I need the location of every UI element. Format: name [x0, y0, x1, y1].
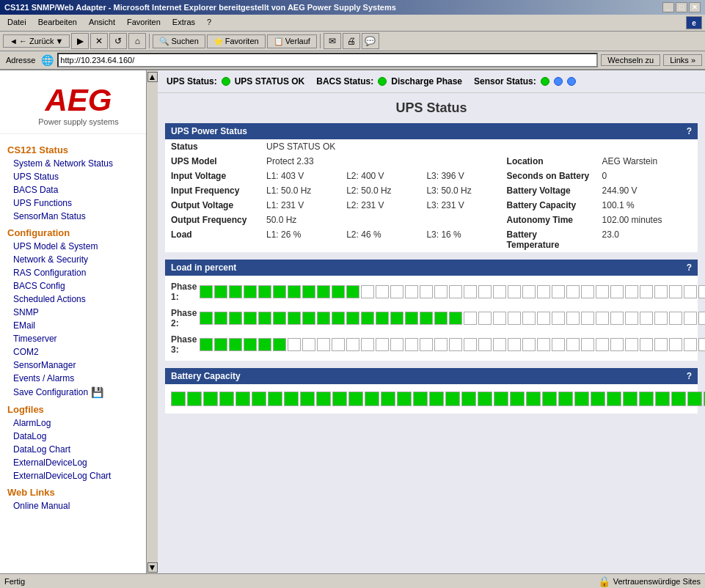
- search-button[interactable]: 🔍 Suchen: [153, 34, 205, 48]
- sidebar-item-ups-model[interactable]: UPS Model & System: [0, 240, 157, 253]
- back-arrow-icon: ◄: [10, 37, 18, 45]
- go-button[interactable]: Wechseln zu: [601, 54, 660, 66]
- menu-datei[interactable]: Datei: [3, 16, 31, 29]
- power-status-help[interactable]: ?: [687, 126, 692, 136]
- discuss-button[interactable]: 💬: [362, 33, 379, 49]
- menu-ansicht[interactable]: Ansicht: [84, 16, 120, 29]
- maximize-button[interactable]: □: [676, 2, 687, 12]
- menu-favoriten[interactable]: Favoriten: [123, 16, 165, 29]
- bar-cell: [390, 285, 403, 298]
- sidebar-item-scheduled-actions[interactable]: Scheduled Actions: [0, 293, 157, 306]
- scroll-down-button[interactable]: ▼: [147, 562, 158, 573]
- bar-cell: [537, 312, 550, 325]
- seconds-battery-label: Seconds on Battery: [501, 169, 596, 183]
- sidebar-item-bacs-data[interactable]: BACS Data: [0, 183, 157, 196]
- sidebar-item-ups-status[interactable]: UPS Status: [0, 170, 157, 183]
- sidebar: AEG Power supply systems CS121 Status Sy…: [0, 70, 158, 574]
- battery-bar-cell: [381, 392, 395, 406]
- bar-cell: [654, 285, 668, 298]
- minimize-button[interactable]: _: [662, 2, 674, 12]
- bar-cell: [434, 285, 448, 298]
- sidebar-item-email[interactable]: EMail: [0, 319, 157, 332]
- favorites-button[interactable]: ⭐ Favoriten: [207, 34, 266, 48]
- bar-cell: [508, 285, 521, 298]
- menu-extras[interactable]: Extras: [168, 16, 200, 29]
- sidebar-item-timeserver[interactable]: Timeserver: [0, 332, 157, 345]
- sidebar-item-save-config[interactable]: Save Configuration 💾: [0, 385, 157, 400]
- sidebar-item-com2[interactable]: COM2: [0, 345, 157, 359]
- back-button[interactable]: ◄ ← Zurück ▼: [3, 34, 70, 48]
- forward-button[interactable]: ▶: [71, 33, 89, 49]
- load-section-help[interactable]: ?: [687, 262, 692, 273]
- seconds-battery-value: 0: [596, 169, 698, 183]
- sidebar-item-datalog[interactable]: DataLog: [0, 430, 157, 443]
- bar-cell: [464, 312, 477, 325]
- sidebar-item-bacs-config[interactable]: BACS Config: [0, 279, 157, 293]
- content-panel: UPS Status UPS Power Status ? Status UPS…: [158, 93, 705, 421]
- address-bar: Adresse 🌐 Wechseln zu Links »: [0, 51, 705, 70]
- print-button[interactable]: 🖨: [343, 33, 360, 49]
- history-icon: 📋: [274, 37, 284, 46]
- window-controls[interactable]: _ □ ✕: [662, 2, 701, 12]
- close-button[interactable]: ✕: [689, 2, 701, 12]
- bar-cell: [244, 338, 257, 351]
- status-value: UPS STATUS OK: [260, 139, 501, 154]
- sidebar-item-externaldevicelog[interactable]: ExternalDeviceLog: [0, 456, 157, 469]
- sidebar-item-alarmlog[interactable]: AlarmLog: [0, 416, 157, 430]
- history-button[interactable]: 📋 Verlauf: [267, 34, 317, 48]
- bar-cell: [288, 312, 301, 325]
- bar-cell: [566, 338, 580, 351]
- sidebar-scrollbar[interactable]: ▲ ▼: [146, 70, 158, 574]
- sidebar-item-ups-functions[interactable]: UPS Functions: [0, 196, 157, 210]
- battery-bar-cell: [542, 392, 557, 406]
- sidebar-item-sensormanager[interactable]: SensorManager: [0, 359, 157, 372]
- favorites-icon: ⭐: [213, 37, 224, 46]
- autonomy-time-label: Autonomy Time: [501, 213, 596, 227]
- links-button[interactable]: Links »: [663, 54, 702, 66]
- sidebar-item-externaldevicelog-chart[interactable]: ExternalDeviceLog Chart: [0, 469, 157, 482]
- scroll-track[interactable]: [147, 82, 158, 562]
- sidebar-item-sensorman-status[interactable]: SensorMan Status: [0, 210, 157, 223]
- menu-bearbeiten[interactable]: Bearbeiten: [34, 16, 81, 29]
- refresh-button[interactable]: ↺: [109, 33, 127, 49]
- input-freq-label: Input Frequency: [165, 183, 260, 198]
- address-input[interactable]: [57, 53, 598, 67]
- table-row: Output Frequency 50.0 Hz Autonomy Time 1…: [165, 213, 698, 227]
- bar-cell: [581, 338, 594, 351]
- sidebar-item-network-security[interactable]: Network & Security: [0, 253, 157, 266]
- battery-bar-cell: [397, 392, 412, 406]
- phase1-label: Phase 1:: [171, 282, 197, 302]
- battery-section-help[interactable]: ?: [687, 371, 692, 381]
- menu-help[interactable]: ?: [202, 16, 216, 29]
- input-freq-l2: L2: 50.0 Hz: [340, 183, 420, 198]
- sidebar-item-datalog-chart[interactable]: DataLog Chart: [0, 443, 157, 456]
- battery-bar-cell: [219, 392, 234, 406]
- sidebar-item-ras-config[interactable]: RAS Configuration: [0, 266, 157, 279]
- scroll-up-button[interactable]: ▲: [147, 72, 158, 82]
- bar-cell: [684, 312, 697, 325]
- bar-cell: [317, 312, 330, 325]
- bar-cell: [596, 285, 609, 298]
- sensor-status-label: Sensor Status:: [474, 76, 536, 87]
- stop-button[interactable]: ✕: [90, 33, 108, 49]
- phase3-label: Phase 3:: [171, 334, 197, 355]
- sidebar-item-online-manual[interactable]: Online Manual: [0, 499, 157, 512]
- mail-button[interactable]: ✉: [324, 33, 341, 49]
- battery-bar-cell: [203, 392, 218, 406]
- sidebar-item-events-alarms[interactable]: Events / Alarms: [0, 372, 157, 385]
- bar-cell: [684, 285, 697, 298]
- bar-cell: [566, 285, 580, 298]
- battery-bar-cell: [268, 392, 282, 406]
- battery-bar-cell: [316, 392, 331, 406]
- bar-cell: [288, 285, 301, 298]
- battery-section-header: Battery Capacity ?: [165, 368, 698, 384]
- sidebar-item-snmp[interactable]: SNMP: [0, 306, 157, 319]
- battery-section-title: Battery Capacity: [171, 371, 241, 381]
- bar-cell: [552, 285, 565, 298]
- status-header: UPS Status: UPS STATUS OK BACS Status: D…: [158, 70, 705, 93]
- sidebar-item-system-network[interactable]: System & Network Status: [0, 157, 157, 170]
- battery-bar-cell: [445, 392, 460, 406]
- battery-bar-cell: [365, 392, 379, 406]
- home-button[interactable]: ⌂: [128, 33, 146, 49]
- bar-cell: [302, 285, 315, 298]
